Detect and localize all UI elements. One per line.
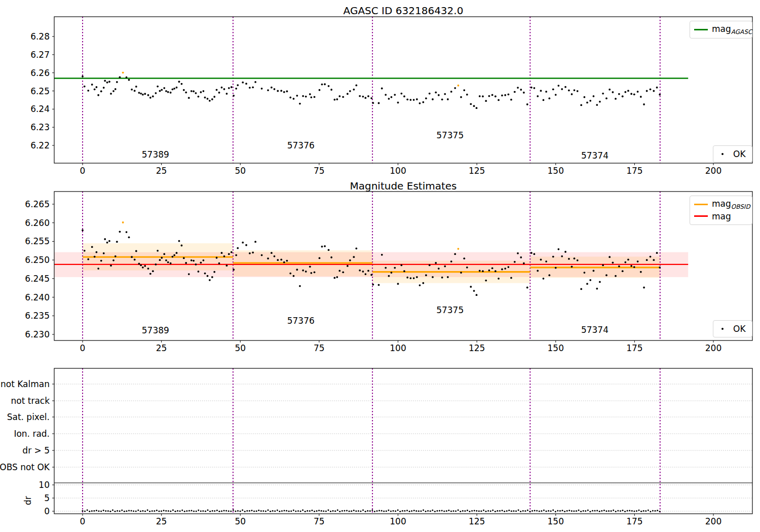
legend-ok-top: OK (713, 145, 752, 163)
data-point (245, 244, 247, 246)
data-point (523, 262, 525, 264)
obsid-label: 57389 (142, 149, 169, 160)
data-point (289, 97, 291, 99)
data-point (149, 273, 151, 275)
dr-point (474, 510, 475, 511)
dr-point (469, 511, 471, 512)
dr-point (467, 510, 468, 511)
data-point (362, 271, 364, 273)
data-point (237, 247, 239, 249)
data-point (193, 90, 195, 92)
data-point (173, 88, 175, 90)
data-point (501, 269, 503, 271)
data-point (178, 240, 180, 242)
data-point (425, 97, 427, 99)
data-point (441, 277, 443, 279)
data-point (170, 262, 172, 264)
dr-point (186, 510, 187, 512)
data-point (84, 250, 86, 252)
data-point (131, 89, 133, 91)
data-point (615, 275, 617, 277)
data-point (330, 89, 332, 91)
data-point (119, 231, 121, 233)
data-point (580, 288, 582, 290)
obsid-line-swatch (694, 204, 708, 205)
dr-point (383, 510, 385, 512)
data-point (548, 97, 550, 99)
data-point (545, 260, 547, 262)
dr-point (339, 511, 340, 512)
dr-point (378, 510, 380, 511)
dr-point (115, 511, 116, 512)
dr-point (170, 511, 171, 512)
data-point (97, 94, 99, 96)
data-point (183, 257, 185, 259)
data-point (181, 83, 183, 85)
dr-point (365, 511, 366, 512)
y-tick-label: 6.265 (25, 199, 50, 209)
dr-point (418, 510, 420, 512)
data-point (159, 259, 161, 261)
dr-point (432, 509, 433, 511)
dr-point (309, 510, 311, 512)
dr-point (191, 510, 193, 511)
data-point (510, 277, 512, 279)
data-point (100, 90, 102, 92)
dr-point (207, 509, 209, 511)
dr-point (316, 510, 318, 512)
data-point (403, 95, 405, 97)
dr-point (576, 510, 577, 512)
data-point (574, 89, 576, 91)
dr-point (117, 510, 118, 512)
y-tick-label: 6.230 (25, 329, 50, 339)
dr-point (430, 510, 431, 512)
data-point (530, 87, 533, 89)
data-point (142, 94, 144, 96)
data-point (517, 252, 519, 254)
dr-point (659, 511, 661, 512)
data-point (342, 96, 344, 98)
data-point (599, 281, 601, 283)
data-point (540, 90, 542, 92)
dr-point (450, 510, 452, 512)
data-point (586, 102, 588, 104)
data-point (612, 261, 614, 263)
dr-point (462, 510, 464, 512)
data-point (385, 94, 387, 96)
data-point (226, 264, 228, 267)
data-point (444, 265, 446, 268)
data-point (283, 261, 285, 263)
data-point (163, 253, 165, 255)
dr-point (253, 511, 255, 512)
dr-point (406, 510, 408, 511)
data-point (435, 262, 437, 264)
dr-point (399, 511, 401, 512)
data-point (416, 276, 418, 278)
data-point (299, 285, 301, 287)
dr-point (439, 510, 440, 511)
data-point (501, 95, 503, 97)
dr-point (334, 510, 336, 512)
dr-point (272, 510, 274, 512)
dr-point (93, 510, 95, 512)
data-point (170, 92, 172, 94)
data-point (534, 253, 536, 255)
data-point (324, 245, 326, 247)
dr-point (268, 509, 269, 511)
data-point (261, 254, 263, 256)
legend-ok-middle: OK (713, 320, 752, 337)
data-point (277, 90, 279, 92)
data-point (593, 270, 595, 272)
data-point (195, 263, 197, 265)
data-point (394, 94, 396, 96)
dr-point (151, 510, 153, 512)
data-point (347, 93, 349, 95)
data-point (385, 267, 387, 269)
data-point (466, 267, 468, 269)
data-point (659, 267, 661, 269)
dr-point (633, 510, 635, 512)
dr-point (96, 510, 97, 511)
data-point (231, 86, 233, 88)
dr-point (402, 510, 403, 512)
dr-point (281, 510, 283, 512)
